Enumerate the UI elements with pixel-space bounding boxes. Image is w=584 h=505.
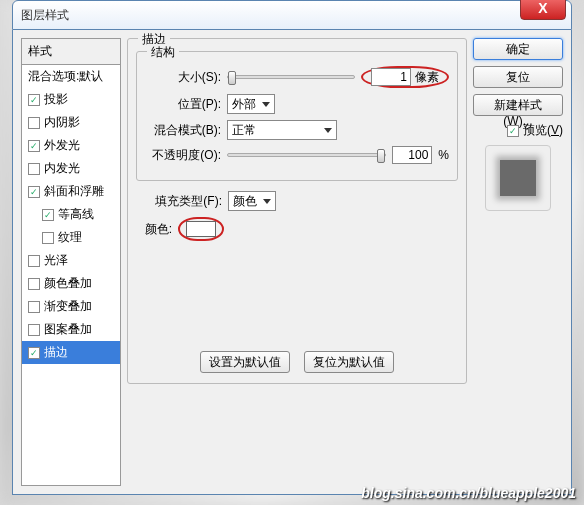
ok-button[interactable]: 确定	[473, 38, 563, 60]
chevron-down-icon	[263, 199, 271, 204]
color-label: 颜色:	[136, 221, 172, 238]
window-title: 图层样式	[21, 7, 69, 24]
preview-box	[485, 145, 551, 211]
style-label: 外发光	[44, 137, 80, 154]
size-label: 大小(S):	[145, 69, 221, 86]
settings-panel: 描边 结构 大小(S): 1 像素 位置(P): 外部	[127, 38, 467, 486]
blend-options-item[interactable]: 混合选项:默认	[22, 65, 120, 88]
preview-label: 预览(V)	[523, 122, 563, 139]
style-label: 颜色叠加	[44, 275, 92, 292]
style-item-6[interactable]: 纹理	[22, 226, 120, 249]
style-label: 光泽	[44, 252, 68, 269]
style-item-8[interactable]: 颜色叠加	[22, 272, 120, 295]
reset-default-button[interactable]: 复位为默认值	[304, 351, 394, 373]
style-item-1[interactable]: 内阴影	[22, 111, 120, 134]
style-item-4[interactable]: ✓斜面和浮雕	[22, 180, 120, 203]
opacity-input[interactable]: 100	[392, 146, 432, 164]
cancel-button[interactable]: 复位	[473, 66, 563, 88]
color-swatch[interactable]	[186, 221, 216, 237]
style-item-11[interactable]: ✓描边	[22, 341, 120, 364]
style-label: 纹理	[58, 229, 82, 246]
size-input[interactable]: 1	[371, 68, 411, 86]
opacity-label: 不透明度(O):	[145, 147, 221, 164]
style-label: 渐变叠加	[44, 298, 92, 315]
opacity-unit: %	[438, 148, 449, 162]
style-checkbox[interactable]	[28, 278, 40, 290]
style-item-2[interactable]: ✓外发光	[22, 134, 120, 157]
blend-options-label: 混合选项:默认	[28, 68, 103, 85]
style-checkbox[interactable]	[28, 301, 40, 313]
size-slider[interactable]	[227, 75, 355, 79]
filltype-label: 填充类型(F):	[136, 193, 222, 210]
style-checkbox[interactable]	[42, 232, 54, 244]
style-checkbox[interactable]	[28, 163, 40, 175]
style-item-9[interactable]: 渐变叠加	[22, 295, 120, 318]
structure-fieldset: 结构 大小(S): 1 像素 位置(P): 外部	[136, 51, 458, 181]
preview-checkbox[interactable]: ✓	[507, 125, 519, 137]
size-unit: 像素	[415, 69, 439, 86]
style-item-3[interactable]: 内发光	[22, 157, 120, 180]
filltype-dropdown[interactable]: 颜色	[228, 191, 276, 211]
style-checkbox[interactable]: ✓	[28, 94, 40, 106]
preview-toggle[interactable]: ✓ 预览(V)	[473, 122, 563, 139]
close-button[interactable]: X	[520, 0, 566, 20]
dialog-body: 样式 混合选项:默认 ✓投影内阴影✓外发光内发光✓斜面和浮雕✓等高线纹理光泽颜色…	[12, 30, 572, 495]
style-item-5[interactable]: ✓等高线	[22, 203, 120, 226]
style-item-10[interactable]: 图案叠加	[22, 318, 120, 341]
watermark: blog.sina.com.cn/blueapple2001	[361, 485, 576, 501]
action-panel: 确定 复位 新建样式(W)... ✓ 预览(V)	[473, 38, 563, 486]
style-item-0[interactable]: ✓投影	[22, 88, 120, 111]
style-checkbox[interactable]: ✓	[28, 140, 40, 152]
color-highlight	[178, 217, 224, 241]
style-checkbox[interactable]: ✓	[28, 347, 40, 359]
style-checkbox[interactable]	[28, 255, 40, 267]
style-item-7[interactable]: 光泽	[22, 249, 120, 272]
style-label: 内阴影	[44, 114, 80, 131]
filltype-value: 颜色	[233, 193, 257, 210]
style-label: 等高线	[58, 206, 94, 223]
blendmode-label: 混合模式(B):	[145, 122, 221, 139]
style-label: 图案叠加	[44, 321, 92, 338]
chevron-down-icon	[324, 128, 332, 133]
size-highlight: 1 像素	[361, 66, 449, 88]
style-checkbox[interactable]: ✓	[28, 186, 40, 198]
styles-panel: 样式 混合选项:默认 ✓投影内阴影✓外发光内发光✓斜面和浮雕✓等高线纹理光泽颜色…	[21, 38, 121, 486]
set-default-button[interactable]: 设置为默认值	[200, 351, 290, 373]
stroke-fieldset: 描边 结构 大小(S): 1 像素 位置(P): 外部	[127, 38, 467, 384]
opacity-slider[interactable]	[227, 153, 386, 157]
blendmode-value: 正常	[232, 122, 256, 139]
position-label: 位置(P):	[145, 96, 221, 113]
position-dropdown[interactable]: 外部	[227, 94, 275, 114]
new-style-button[interactable]: 新建样式(W)...	[473, 94, 563, 116]
preview-swatch	[500, 160, 536, 196]
position-value: 外部	[232, 96, 256, 113]
style-label: 内发光	[44, 160, 80, 177]
style-checkbox[interactable]	[28, 117, 40, 129]
chevron-down-icon	[262, 102, 270, 107]
structure-legend: 结构	[147, 44, 179, 61]
style-checkbox[interactable]: ✓	[42, 209, 54, 221]
styles-header: 样式	[22, 39, 120, 65]
style-label: 斜面和浮雕	[44, 183, 104, 200]
style-label: 投影	[44, 91, 68, 108]
blendmode-dropdown[interactable]: 正常	[227, 120, 337, 140]
style-checkbox[interactable]	[28, 324, 40, 336]
style-label: 描边	[44, 344, 68, 361]
titlebar[interactable]: 图层样式	[12, 0, 572, 30]
